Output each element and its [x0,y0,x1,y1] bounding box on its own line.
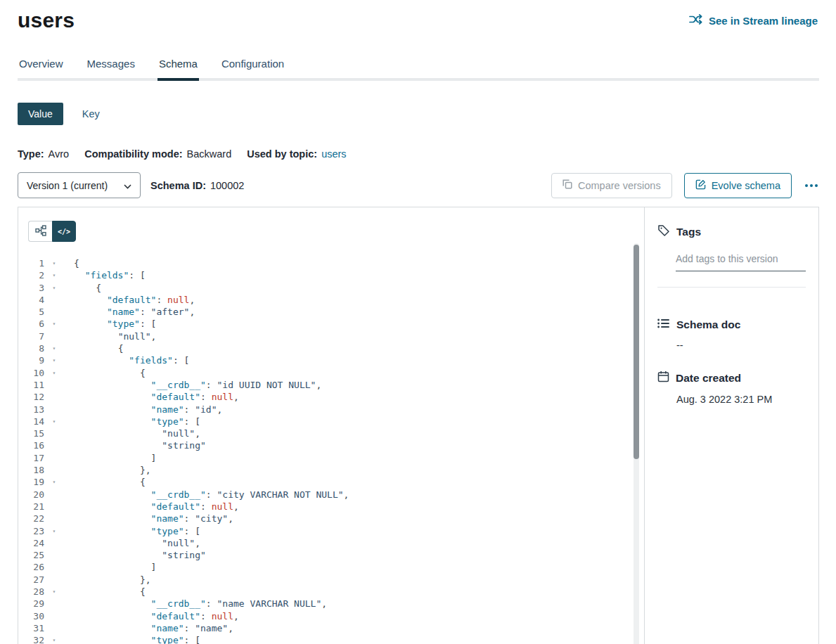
fold-toggle-icon[interactable]: ▾ [49,634,60,644]
code-text: ] [74,452,156,464]
line-number: 23 [18,525,44,537]
code-text: "type": [ [74,416,200,427]
code-line: 21 "default": null, [18,501,644,513]
date-created-title: Date created [676,372,741,385]
more-options-button[interactable] [804,180,819,191]
line-number: 19 [18,476,44,488]
fold-spacer [49,306,60,318]
line-number: 5 [18,306,44,318]
code-text: "string" [74,549,206,561]
schema-type-value: Avro [49,148,70,160]
code-line: 9▾ "fields": [ [18,354,644,366]
scrollbar-thumb[interactable] [634,245,639,459]
code-view-icon: </> [58,228,70,236]
evolve-schema-button[interactable]: Evolve schema [684,173,792,198]
line-number: 29 [18,598,44,610]
code-text: { [74,367,146,379]
line-number: 25 [18,549,44,561]
version-select[interactable]: Version 1 (current) [18,172,141,198]
fold-toggle-icon[interactable]: ▾ [49,354,60,366]
fold-toggle-icon[interactable]: ▾ [49,257,60,269]
calendar-icon [657,371,669,385]
schema-doc-title: Schema doc [676,318,740,331]
code-line: 4 "default": null, [18,294,644,306]
fold-spacer [49,598,60,610]
line-number: 30 [18,610,44,622]
code-line: 22 "name": "city", [18,513,644,524]
code-text: { [74,342,123,354]
code-view-button[interactable]: </> [52,221,76,242]
code-line: 32▾ "type": [ [18,634,644,644]
tab-configuration[interactable]: Configuration [220,58,285,78]
fold-toggle-icon[interactable]: ▾ [49,282,60,294]
date-created-value: Aug. 3 2022 3:21 PM [676,394,806,405]
schema-id-label: Schema ID: [150,180,206,191]
key-toggle-button[interactable]: Key [82,108,100,120]
code-line: 14▾ "type": [ [18,416,644,427]
line-number: 13 [18,404,44,416]
compatibility-mode-label: Compatibility mode: [84,148,182,160]
version-bar: Version 1 (current) Schema ID: 100002 Co… [18,172,819,198]
tree-view-icon [35,225,46,238]
page-header: users See in Stream lineage [0,0,836,32]
value-toggle-button[interactable]: Value [18,103,63,125]
line-number: 27 [18,574,44,586]
tab-messages[interactable]: Messages [86,58,136,78]
line-number: 26 [18,561,44,573]
fold-spacer [49,561,60,573]
fold-toggle-icon[interactable]: ▾ [49,318,60,330]
fold-spacer [49,464,60,476]
editor-scrollbar[interactable] [634,243,639,644]
fold-toggle-icon[interactable]: ▾ [49,342,60,354]
chevron-down-icon [124,180,131,191]
fold-spacer [49,513,60,524]
fold-spacer [49,549,60,561]
schema-metadata-sidebar: Tags Schema doc -- [644,207,818,644]
code-line: 13 "name": "id", [18,404,644,416]
fold-spacer [49,574,60,586]
code-line: 10▾ { [18,367,644,379]
code-text: "null", [74,537,200,549]
fold-spacer [49,330,60,342]
fold-toggle-icon[interactable]: ▾ [49,525,60,537]
fold-spacer [49,452,60,464]
code-line: 27 }, [18,574,644,586]
compatibility-mode: Compatibility mode: Backward [84,148,231,160]
fold-spacer [49,537,60,549]
fold-toggle-icon[interactable]: ▾ [49,476,60,488]
tags-title: Tags [676,226,701,238]
code-text: "type": [ [74,634,200,644]
topic-link[interactable]: users [321,148,346,160]
line-number: 22 [18,513,44,524]
fold-toggle-icon[interactable]: ▾ [49,586,60,598]
fold-spacer [49,501,60,513]
schema-type-label: Type: [18,148,44,160]
tab-overview[interactable]: Overview [18,58,65,78]
code-line: 24 "null", [18,537,644,549]
line-number: 18 [18,464,44,476]
code-line: 3▾ { [18,282,644,294]
fold-toggle-icon[interactable]: ▾ [49,416,60,427]
tree-view-button[interactable] [28,221,52,242]
line-number: 1 [18,257,44,269]
fold-toggle-icon[interactable]: ▾ [49,367,60,379]
code-text: "default": null, [74,501,239,513]
schema-id: Schema ID: 100002 [150,180,244,191]
fold-toggle-icon[interactable]: ▾ [49,269,60,281]
tab-schema[interactable]: Schema [157,58,199,81]
line-number: 20 [18,489,44,501]
compare-versions-label: Compare versions [578,180,661,191]
used-by-topic: Used by topic: users [247,148,346,160]
code-text: ] [74,561,156,573]
line-number: 12 [18,391,44,403]
code-line: 30 "default": null, [18,610,644,622]
code-text: }, [74,574,151,586]
fold-spacer [49,610,60,622]
stream-lineage-link[interactable]: See in Stream lineage [689,14,818,27]
line-number: 7 [18,330,44,342]
code-line: 8▾ { [18,342,644,354]
stream-lineage-label: See in Stream lineage [709,15,818,27]
tags-input[interactable] [676,250,806,271]
line-number: 21 [18,501,44,513]
compare-versions-button[interactable]: Compare versions [551,173,672,198]
